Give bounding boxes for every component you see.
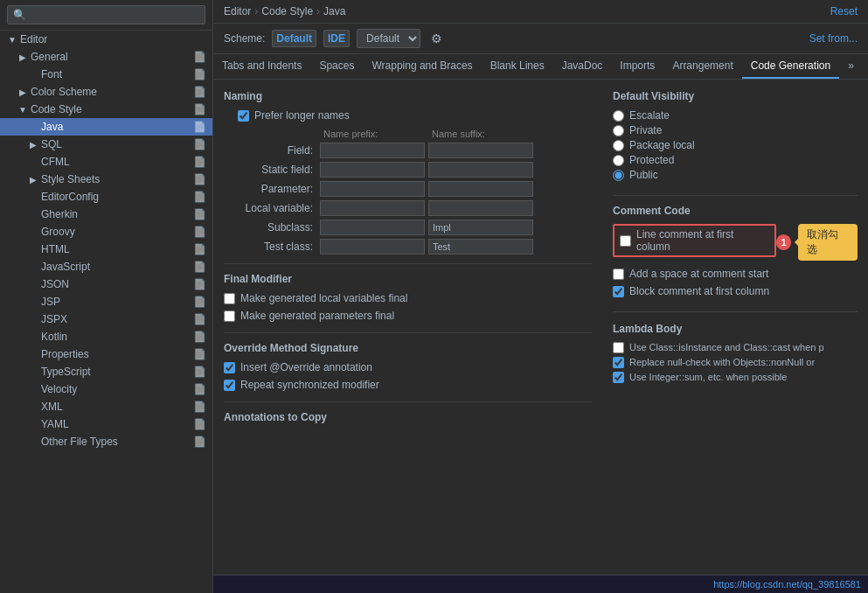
- sidebar-item-other-file-types[interactable]: Other File Types 📄: [0, 433, 212, 450]
- sidebar-item-label: TypeScript: [41, 366, 193, 378]
- sidebar-item-font[interactable]: Font 📄: [0, 66, 212, 83]
- naming-suffix-input[interactable]: [428, 143, 533, 158]
- naming-suffix-input[interactable]: [428, 200, 533, 216]
- reset-link[interactable]: Reset: [830, 5, 858, 17]
- file-icon: 📄: [193, 313, 205, 325]
- tab-blank-lines[interactable]: Blank Lines: [482, 54, 553, 79]
- sidebar-item-json[interactable]: JSON 📄: [0, 276, 212, 293]
- override-checkbox[interactable]: [224, 362, 235, 373]
- file-icon: 📄: [193, 68, 205, 80]
- tab-tabs-indents[interactable]: Tabs and Indents: [213, 54, 310, 79]
- visibility-radio[interactable]: [613, 140, 624, 151]
- naming-prefix-input[interactable]: [320, 239, 425, 255]
- file-icon: 📄: [193, 278, 205, 290]
- file-icon: 📄: [193, 226, 205, 238]
- sidebar-item-editorconfig[interactable]: EditorConfig 📄: [0, 188, 212, 206]
- lambda-label: Use Integer::sum, etc. when possible: [629, 372, 858, 382]
- scheme-dropdown[interactable]: Default Project: [357, 29, 420, 48]
- sidebar-item-typescript[interactable]: TypeScript 📄: [0, 363, 212, 380]
- override-checkbox[interactable]: [224, 380, 235, 391]
- tab-javadoc[interactable]: JavaDoc: [553, 54, 612, 79]
- sidebar-item-xml[interactable]: XML 📄: [0, 398, 212, 415]
- naming-suffix-input[interactable]: [428, 220, 533, 235]
- comment-checkbox[interactable]: [613, 269, 624, 280]
- sidebar-search-input[interactable]: [7, 5, 205, 24]
- lambda-checkbox[interactable]: [613, 342, 624, 353]
- sidebar-item-html[interactable]: HTML 📄: [0, 241, 212, 258]
- sidebar-item-properties[interactable]: Properties 📄: [0, 345, 212, 363]
- tabs-bar: Tabs and IndentsSpacesWrapping and Brace…: [213, 54, 868, 80]
- sidebar-item-label: Other File Types: [41, 436, 193, 448]
- sidebar-item-editor[interactable]: ▼ Editor: [0, 31, 212, 48]
- gear-button[interactable]: ⚙: [427, 30, 446, 47]
- tab-arrangement[interactable]: Arrangement: [663, 54, 741, 79]
- sidebar-list: ▼ Editor ▶ General 📄 Font 📄 ▶ Color Sche…: [0, 31, 212, 593]
- tab-wrapping-braces[interactable]: Wrapping and Braces: [363, 54, 481, 79]
- sidebar-item-general[interactable]: ▶ General 📄: [0, 48, 212, 66]
- naming-prefix-input[interactable]: [320, 162, 425, 178]
- sidebar-item-label: Font: [41, 68, 193, 80]
- sidebar-item-groovy[interactable]: Groovy 📄: [0, 223, 212, 241]
- arrow-icon: [28, 69, 38, 80]
- naming-suffix-input[interactable]: [428, 239, 533, 255]
- naming-row-label: Static field:: [224, 164, 320, 176]
- visibility-label: Public: [629, 169, 658, 181]
- naming-suffix-input[interactable]: [428, 162, 533, 178]
- lambda-checkbox[interactable]: [613, 372, 624, 383]
- visibility-option: Private: [613, 124, 858, 136]
- sidebar-item-gherkin[interactable]: Gherkin 📄: [0, 206, 212, 223]
- comment-checkbox[interactable]: [613, 286, 624, 297]
- tab-spaces[interactable]: Spaces: [310, 54, 363, 79]
- sidebar-item-code-style[interactable]: ▼ Code Style 📄: [0, 101, 212, 118]
- visibility-group: Escalate Private Package local Protected…: [613, 109, 858, 181]
- final-modifier-item: Make generated parameters final: [224, 310, 592, 322]
- file-icon: 📄: [193, 296, 205, 308]
- file-icon: 📄: [193, 243, 205, 255]
- arrow-icon: [28, 279, 38, 290]
- annotations-section: Annotations to Copy: [224, 411, 592, 423]
- final-modifier-checkbox[interactable]: [224, 310, 235, 322]
- tab-imports[interactable]: Imports: [611, 54, 663, 79]
- sidebar-item-sql[interactable]: ▶ SQL 📄: [0, 136, 212, 153]
- breadcrumb-java: Java: [323, 5, 345, 17]
- default-visibility-title: Default Visibility: [613, 90, 858, 102]
- naming-prefix-input[interactable]: [320, 220, 425, 235]
- set-from-link[interactable]: Set from...: [809, 32, 858, 45]
- naming-prefix-input[interactable]: [320, 143, 425, 158]
- comment-code-item: Line comment at first column 1 取消勾选: [613, 224, 858, 261]
- visibility-radio[interactable]: [613, 170, 624, 181]
- arrow-icon: [28, 401, 38, 412]
- sidebar-item-jspx[interactable]: JSPX 📄: [0, 310, 212, 328]
- sidebar-item-kotlin[interactable]: Kotlin 📄: [0, 328, 212, 345]
- naming-suffix-input[interactable]: [428, 181, 533, 197]
- naming-prefix-input[interactable]: [320, 181, 425, 197]
- visibility-label: Escalate: [629, 109, 670, 122]
- sidebar-item-color-scheme[interactable]: ▶ Color Scheme 📄: [0, 83, 212, 101]
- sidebar-item-velocity[interactable]: Velocity 📄: [0, 380, 212, 398]
- scheme-label: Scheme:: [224, 32, 265, 45]
- sidebar-item-java[interactable]: Java 📄: [0, 118, 212, 136]
- sidebar-item-label: XML: [41, 401, 193, 413]
- visibility-radio[interactable]: [613, 125, 624, 136]
- sidebar-item-jsp[interactable]: JSP 📄: [0, 293, 212, 310]
- file-icon: 📄: [193, 383, 205, 395]
- sidebar-item-javascript[interactable]: JavaScript 📄: [0, 258, 212, 276]
- prefer-longer-checkbox[interactable]: [238, 110, 249, 122]
- sidebar-item-style-sheets[interactable]: ▶ Style Sheets 📄: [0, 171, 212, 188]
- sidebar-item-label: JavaScript: [41, 261, 193, 273]
- tab-code-generation[interactable]: Code Generation: [742, 54, 839, 79]
- sidebar-item-cfml[interactable]: CFML 📄: [0, 153, 212, 171]
- sidebar-item-label: CFML: [41, 156, 193, 168]
- visibility-radio[interactable]: [613, 110, 624, 122]
- comment-code-item: Add a space at comment start: [613, 268, 858, 280]
- file-icon: 📄: [193, 418, 205, 430]
- sidebar-item-yaml[interactable]: YAML 📄: [0, 415, 212, 433]
- naming-prefix-input[interactable]: [320, 200, 425, 216]
- visibility-radio[interactable]: [613, 155, 624, 166]
- arrow-icon: [28, 366, 38, 377]
- lambda-checkbox[interactable]: [613, 357, 624, 368]
- final-modifier-checkbox[interactable]: [224, 293, 235, 304]
- comment-line-checkbox[interactable]: [620, 235, 631, 247]
- tab-more[interactable]: »: [839, 54, 863, 79]
- lambda-items: Use Class::isInstance and Class::cast wh…: [613, 342, 858, 383]
